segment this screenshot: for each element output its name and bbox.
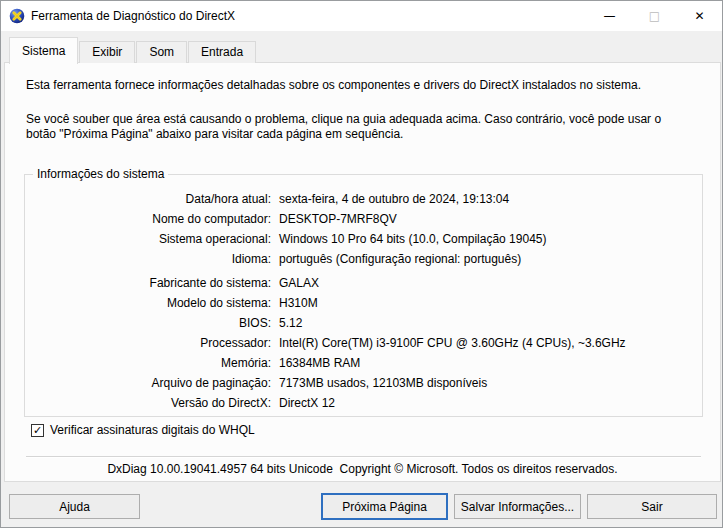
intro-paragraph-2: Se você souber que área está causando o … bbox=[26, 112, 688, 142]
close-icon: ✕ bbox=[694, 10, 704, 22]
divider bbox=[26, 456, 701, 458]
minimize-button[interactable]: — bbox=[587, 1, 632, 31]
tab-page-sistema: Esta ferramenta fornece informações deta… bbox=[4, 62, 721, 482]
info-row-manufacturer: Fabricante do sistema:GALAX bbox=[25, 273, 702, 293]
tab-strip: Sistema Exibir Som Entrada bbox=[9, 36, 257, 63]
dxdiag-window: Ferramenta de Diagnóstico do DirectX — □… bbox=[0, 0, 723, 528]
exit-button[interactable]: Sair bbox=[587, 494, 717, 519]
checkmark-icon: ✓ bbox=[33, 425, 42, 436]
info-label: Nome do computador: bbox=[25, 212, 279, 226]
tab-exibir[interactable]: Exibir bbox=[79, 41, 135, 63]
system-info-groupbox: Informações do sistema Data/hora atual:s… bbox=[24, 174, 703, 417]
info-value: Intel(R) Core(TM) i3-9100F CPU @ 3.60GHz… bbox=[279, 336, 702, 350]
info-label: Arquivo de paginação: bbox=[25, 376, 279, 390]
groupbox-title: Informações do sistema bbox=[33, 167, 168, 181]
info-value: Windows 10 Pro 64 bits (10.0, Compilação… bbox=[279, 232, 702, 246]
info-label: Idioma: bbox=[25, 252, 279, 266]
tab-sistema[interactable]: Sistema bbox=[9, 37, 78, 64]
info-label: Modelo do sistema: bbox=[25, 296, 279, 310]
next-page-button[interactable]: Próxima Página bbox=[321, 493, 448, 520]
status-line: DxDiag 10.00.19041.4957 64 bits Unicode … bbox=[5, 462, 720, 476]
info-value: sexta-feira, 4 de outubro de 2024, 19:13… bbox=[279, 192, 702, 206]
info-value: português (Configuração regional: portug… bbox=[279, 252, 702, 266]
tab-som[interactable]: Som bbox=[136, 41, 187, 63]
info-row-memory: Memória:16384MB RAM bbox=[25, 353, 702, 373]
window-title: Ferramenta de Diagnóstico do DirectX bbox=[31, 9, 235, 23]
close-button[interactable]: ✕ bbox=[677, 1, 722, 31]
info-row-model: Modelo do sistema:H310M bbox=[25, 293, 702, 313]
whql-checkbox-row[interactable]: ✓ Verificar assinaturas digitais do WHQL bbox=[31, 423, 255, 437]
info-value: 7173MB usados, 12103MB disponíveis bbox=[279, 376, 702, 390]
info-value: DESKTOP-7MRF8QV bbox=[279, 212, 702, 226]
info-label: Data/hora atual: bbox=[25, 192, 279, 206]
info-value: H310M bbox=[279, 296, 702, 310]
whql-checkbox-label: Verificar assinaturas digitais do WHQL bbox=[50, 423, 255, 437]
info-row-pagefile: Arquivo de paginação:7173MB usados, 1210… bbox=[25, 373, 702, 393]
info-row-bios: BIOS:5.12 bbox=[25, 313, 702, 333]
info-row-date: Data/hora atual:sexta-feira, 4 de outubr… bbox=[25, 189, 702, 209]
minimize-icon: — bbox=[604, 10, 616, 22]
titlebar[interactable]: Ferramenta de Diagnóstico do DirectX — □… bbox=[1, 1, 722, 31]
maximize-button: □ bbox=[632, 1, 677, 31]
system-info-rows: Data/hora atual:sexta-feira, 4 de outubr… bbox=[25, 189, 702, 413]
info-label: BIOS: bbox=[25, 316, 279, 330]
info-label: Memória: bbox=[25, 356, 279, 370]
info-value: DirectX 12 bbox=[279, 396, 702, 410]
maximize-icon: □ bbox=[649, 10, 660, 22]
tab-entrada[interactable]: Entrada bbox=[188, 41, 256, 63]
info-label: Fabricante do sistema: bbox=[25, 276, 279, 290]
info-label: Versão do DirectX: bbox=[25, 396, 279, 410]
info-row-processor: Processador:Intel(R) Core(TM) i3-9100F C… bbox=[25, 333, 702, 353]
info-row-computer-name: Nome do computador:DESKTOP-7MRF8QV bbox=[25, 209, 702, 229]
info-row-os: Sistema operacional:Windows 10 Pro 64 bi… bbox=[25, 229, 702, 249]
intro-paragraph-1: Esta ferramenta fornece informações deta… bbox=[26, 78, 706, 93]
info-label: Processador: bbox=[25, 336, 279, 350]
info-row-directx-version: Versão do DirectX:DirectX 12 bbox=[25, 393, 702, 413]
info-value: GALAX bbox=[279, 276, 702, 290]
whql-checkbox[interactable]: ✓ bbox=[31, 424, 44, 437]
help-button[interactable]: Ajuda bbox=[9, 494, 140, 519]
info-label: Sistema operacional: bbox=[25, 232, 279, 246]
directx-icon bbox=[9, 8, 25, 24]
info-value: 5.12 bbox=[279, 316, 702, 330]
save-info-button[interactable]: Salvar Informações... bbox=[454, 494, 581, 519]
info-row-language: Idioma:português (Configuração regional:… bbox=[25, 249, 702, 269]
info-value: 16384MB RAM bbox=[279, 356, 702, 370]
